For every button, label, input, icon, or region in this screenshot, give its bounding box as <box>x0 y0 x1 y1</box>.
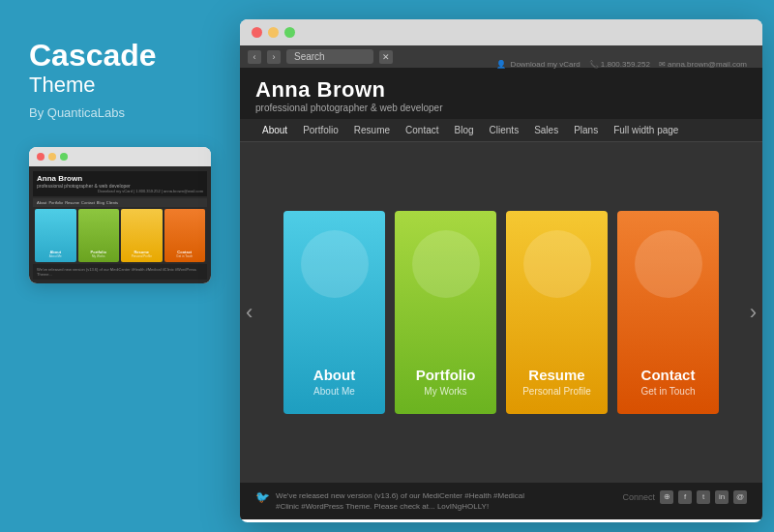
connect-label: Connect <box>622 492 655 502</box>
small-site-meta: Download my vCard | 1.800.359.252 | anna… <box>37 189 203 193</box>
small-card-portfolio-sub: My Works <box>92 254 104 258</box>
nav-item-about[interactable]: About <box>255 119 294 141</box>
theme-title: Cascade <box>29 39 211 73</box>
small-card-contact: Contact Get in Touch <box>164 209 206 262</box>
main-dot-red <box>252 27 262 38</box>
contact-vcard-icon: 👤 <box>496 60 506 69</box>
hero-card-resume[interactable]: Resume Personal Profile <box>506 211 608 414</box>
linkedin-icon[interactable]: in <box>715 490 729 504</box>
main-browser-window: ‹ › Search ✕ Anna Brown professional pho… <box>240 19 762 522</box>
card-portfolio-subtitle: My Works <box>424 386 466 397</box>
small-nav-clients: Clients <box>106 200 118 205</box>
site-tagline: professional photographer & web develope… <box>255 103 442 113</box>
toolbar-back-button[interactable]: ‹ <box>248 50 261 64</box>
rss-icon[interactable]: ⊕ <box>660 490 673 504</box>
small-card-about: About About Me <box>35 209 76 262</box>
twitter-icon: 🐦 <box>255 490 270 504</box>
hero-card-about[interactable]: About About Me <box>283 211 385 414</box>
card-contact-subtitle: Get in Touch <box>641 386 696 397</box>
toolbar-forward-button[interactable]: › <box>267 50 281 64</box>
contact-email: anna.brown@mail.com <box>668 60 747 69</box>
dot-green <box>60 153 68 161</box>
small-card-contact-sub: Get in Touch <box>176 254 193 258</box>
nav-item-blog[interactable]: Blog <box>448 119 481 141</box>
hero-cards: About About Me Portfolio My Works Resume… <box>263 211 739 414</box>
nav-item-fullwidth[interactable]: Full width page <box>607 119 685 141</box>
card-resume-subtitle: Personal Profile <box>522 386 591 397</box>
contact-phone: 1.800.359.252 <box>601 60 650 69</box>
theme-by: By QuanticaLabs <box>29 105 211 120</box>
twitter-social-icon[interactable]: t <box>697 490 710 504</box>
nav-item-resume[interactable]: Resume <box>347 119 397 141</box>
main-dot-green <box>284 27 295 38</box>
small-nav-about: About <box>37 200 46 205</box>
browser-body: ‹ › Search ✕ Anna Brown professional pho… <box>240 45 762 519</box>
hero-next-arrow[interactable]: › <box>750 300 757 325</box>
contact-phone-icon: 📞 <box>589 60 599 69</box>
small-site-name: Anna Brown <box>37 174 203 183</box>
dot-yellow <box>48 153 56 161</box>
card-contact-title: Contact <box>641 367 696 383</box>
small-preview-header: Anna Brown professional photographer & w… <box>33 171 207 196</box>
footer-tweet-text: We've released new version (v13.6) of ou… <box>276 490 547 512</box>
footer-connect-area: Connect ⊕ f t in @ <box>622 490 747 504</box>
card-portfolio-title: Portfolio <box>416 367 476 383</box>
address-bar[interactable]: Search <box>286 49 373 64</box>
site-footer: 🐦 We've released new version (v13.6) of … <box>240 483 762 519</box>
small-footer-text: We've released new version (v13.6) of ou… <box>37 267 203 277</box>
left-panel: Cascade Theme By QuanticaLabs Anna Brown… <box>0 0 240 532</box>
small-nav-contact: Contact <box>81 200 95 205</box>
small-preview-window: Anna Brown professional photographer & w… <box>29 147 211 283</box>
email-social-icon[interactable]: @ <box>733 490 747 504</box>
hero-card-portfolio[interactable]: Portfolio My Works <box>395 211 496 414</box>
dot-red <box>37 153 45 161</box>
small-preview-nav: About Portfolio Resume Contact Blog Clie… <box>33 198 207 207</box>
site-header: Anna Brown professional photographer & w… <box>240 68 762 119</box>
small-preview-footer: We've released new version (v13.6) of ou… <box>33 264 207 280</box>
small-preview-cards: About About Me Portfolio My Works Resume… <box>33 209 207 262</box>
card-about-title: About <box>313 367 355 383</box>
toolbar-close-button[interactable]: ✕ <box>379 50 393 64</box>
facebook-icon[interactable]: f <box>678 490 692 504</box>
card-resume-title: Resume <box>528 367 584 383</box>
site-contact: 👤 Download my vCard 📞 1.800.359.252 ✉ an… <box>496 60 747 69</box>
hero-card-contact[interactable]: Contact Get in Touch <box>617 211 719 414</box>
small-card-resume-sub: Personal Profile <box>132 254 152 258</box>
small-nav-portfolio: Portfolio <box>48 200 63 205</box>
hero-prev-arrow[interactable]: ‹ <box>246 300 253 325</box>
hero-area: ‹ About About Me Portfolio My Works Resu… <box>240 142 762 483</box>
card-about-subtitle: About Me <box>313 386 355 397</box>
nav-item-contact[interactable]: Contact <box>399 119 445 141</box>
small-nav-blog: Blog <box>97 200 104 205</box>
nav-item-clients[interactable]: Clients <box>483 119 526 141</box>
main-window-bar <box>240 19 762 45</box>
small-card-portfolio: Portfolio My Works <box>78 209 120 262</box>
contact-vcard-text: Download my vCard <box>511 60 580 69</box>
site-name: Anna Brown <box>255 77 442 103</box>
nav-item-sales[interactable]: Sales <box>527 119 565 141</box>
nav-item-portfolio[interactable]: Portfolio <box>296 119 345 141</box>
small-card-about-sub: About Me <box>49 254 62 258</box>
theme-subtitle: Theme <box>29 73 211 98</box>
nav-item-plans[interactable]: Plans <box>567 119 605 141</box>
small-card-resume: Resume Personal Profile <box>121 209 163 262</box>
main-dot-yellow <box>268 27 279 38</box>
small-window-bar <box>29 147 211 166</box>
small-nav-resume: Resume <box>65 200 79 205</box>
site-navigation: About Portfolio Resume Contact Blog Clie… <box>240 119 762 142</box>
contact-email-icon: ✉ <box>659 60 666 69</box>
small-preview-body: Anna Brown professional photographer & w… <box>29 166 211 283</box>
